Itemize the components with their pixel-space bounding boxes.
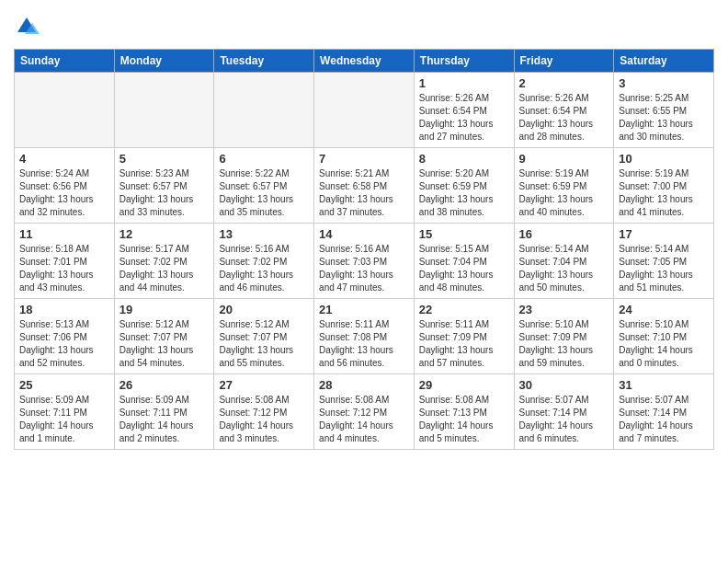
day-number: 1 xyxy=(419,76,509,90)
day-info: Sunrise: 5:07 AM Sunset: 7:14 PM Dayligh… xyxy=(619,394,709,445)
day-number: 7 xyxy=(319,152,409,166)
calendar-cell xyxy=(214,73,314,148)
calendar-cell: 3Sunrise: 5:25 AM Sunset: 6:55 PM Daylig… xyxy=(614,73,714,148)
day-number: 8 xyxy=(419,152,509,166)
day-info: Sunrise: 5:19 AM Sunset: 6:59 PM Dayligh… xyxy=(519,167,609,219)
day-header-wednesday: Wednesday xyxy=(314,50,415,73)
day-header-monday: Monday xyxy=(114,50,214,73)
calendar-cell: 20Sunrise: 5:12 AM Sunset: 7:07 PM Dayli… xyxy=(214,299,314,374)
page-header xyxy=(14,14,714,40)
day-number: 21 xyxy=(319,303,409,316)
day-number: 13 xyxy=(219,227,309,241)
day-info: Sunrise: 5:21 AM Sunset: 6:58 PM Dayligh… xyxy=(319,167,409,219)
calendar-cell: 18Sunrise: 5:13 AM Sunset: 7:06 PM Dayli… xyxy=(15,299,115,374)
day-info: Sunrise: 5:08 AM Sunset: 7:12 PM Dayligh… xyxy=(319,394,409,445)
day-number: 3 xyxy=(619,76,709,90)
calendar-cell: 22Sunrise: 5:11 AM Sunset: 7:09 PM Dayli… xyxy=(414,299,514,374)
logo-icon xyxy=(14,14,40,40)
calendar-week-3: 11Sunrise: 5:18 AM Sunset: 7:01 PM Dayli… xyxy=(15,224,714,299)
day-info: Sunrise: 5:25 AM Sunset: 6:55 PM Dayligh… xyxy=(619,92,709,144)
day-info: Sunrise: 5:14 AM Sunset: 7:05 PM Dayligh… xyxy=(619,243,709,294)
day-number: 4 xyxy=(19,152,109,166)
calendar-cell: 30Sunrise: 5:07 AM Sunset: 7:14 PM Dayli… xyxy=(514,374,614,450)
day-info: Sunrise: 5:09 AM Sunset: 7:11 PM Dayligh… xyxy=(19,394,109,445)
day-number: 10 xyxy=(619,152,709,166)
calendar-cell xyxy=(314,73,415,148)
day-number: 24 xyxy=(619,303,709,316)
day-info: Sunrise: 5:11 AM Sunset: 7:08 PM Dayligh… xyxy=(319,318,409,370)
calendar-cell: 27Sunrise: 5:08 AM Sunset: 7:12 PM Dayli… xyxy=(214,374,314,450)
calendar-cell: 31Sunrise: 5:07 AM Sunset: 7:14 PM Dayli… xyxy=(614,374,714,450)
day-info: Sunrise: 5:10 AM Sunset: 7:10 PM Dayligh… xyxy=(619,318,709,370)
day-header-thursday: Thursday xyxy=(414,50,514,73)
day-info: Sunrise: 5:22 AM Sunset: 6:57 PM Dayligh… xyxy=(219,167,309,219)
day-header-saturday: Saturday xyxy=(614,50,714,73)
day-info: Sunrise: 5:12 AM Sunset: 7:07 PM Dayligh… xyxy=(119,318,210,370)
day-number: 15 xyxy=(419,227,509,241)
day-info: Sunrise: 5:20 AM Sunset: 6:59 PM Dayligh… xyxy=(419,167,509,219)
day-header-sunday: Sunday xyxy=(15,50,115,73)
logo xyxy=(14,14,43,40)
calendar-cell: 6Sunrise: 5:22 AM Sunset: 6:57 PM Daylig… xyxy=(214,148,314,224)
day-number: 9 xyxy=(519,152,609,166)
calendar-cell: 29Sunrise: 5:08 AM Sunset: 7:13 PM Dayli… xyxy=(414,374,514,450)
day-info: Sunrise: 5:14 AM Sunset: 7:04 PM Dayligh… xyxy=(519,243,609,294)
calendar-cell: 16Sunrise: 5:14 AM Sunset: 7:04 PM Dayli… xyxy=(514,224,614,299)
calendar-cell: 10Sunrise: 5:19 AM Sunset: 7:00 PM Dayli… xyxy=(614,148,714,224)
calendar-cell: 8Sunrise: 5:20 AM Sunset: 6:59 PM Daylig… xyxy=(414,148,514,224)
day-number: 20 xyxy=(219,303,309,316)
calendar-cell xyxy=(114,73,214,148)
day-info: Sunrise: 5:08 AM Sunset: 7:12 PM Dayligh… xyxy=(219,394,309,445)
calendar-cell: 24Sunrise: 5:10 AM Sunset: 7:10 PM Dayli… xyxy=(614,299,714,374)
calendar-cell: 26Sunrise: 5:09 AM Sunset: 7:11 PM Dayli… xyxy=(114,374,214,450)
calendar-week-2: 4Sunrise: 5:24 AM Sunset: 6:56 PM Daylig… xyxy=(15,148,714,224)
calendar-cell: 13Sunrise: 5:16 AM Sunset: 7:02 PM Dayli… xyxy=(214,224,314,299)
day-number: 12 xyxy=(119,227,210,241)
calendar-cell: 5Sunrise: 5:23 AM Sunset: 6:57 PM Daylig… xyxy=(114,148,214,224)
day-number: 30 xyxy=(519,378,609,392)
day-number: 11 xyxy=(19,227,109,241)
day-number: 27 xyxy=(219,378,309,392)
calendar-cell: 21Sunrise: 5:11 AM Sunset: 7:08 PM Dayli… xyxy=(314,299,415,374)
day-info: Sunrise: 5:11 AM Sunset: 7:09 PM Dayligh… xyxy=(419,318,509,370)
day-info: Sunrise: 5:18 AM Sunset: 7:01 PM Dayligh… xyxy=(19,243,109,294)
day-info: Sunrise: 5:13 AM Sunset: 7:06 PM Dayligh… xyxy=(19,318,109,370)
day-info: Sunrise: 5:12 AM Sunset: 7:07 PM Dayligh… xyxy=(219,318,309,370)
calendar-cell: 4Sunrise: 5:24 AM Sunset: 6:56 PM Daylig… xyxy=(15,148,115,224)
calendar-cell: 15Sunrise: 5:15 AM Sunset: 7:04 PM Dayli… xyxy=(414,224,514,299)
calendar-week-5: 25Sunrise: 5:09 AM Sunset: 7:11 PM Dayli… xyxy=(15,374,714,450)
calendar-cell: 1Sunrise: 5:26 AM Sunset: 6:54 PM Daylig… xyxy=(414,73,514,148)
day-number: 29 xyxy=(419,378,509,392)
calendar-cell: 25Sunrise: 5:09 AM Sunset: 7:11 PM Dayli… xyxy=(15,374,115,450)
day-header-tuesday: Tuesday xyxy=(214,50,314,73)
day-number: 18 xyxy=(19,303,109,316)
day-number: 25 xyxy=(19,378,109,392)
day-info: Sunrise: 5:16 AM Sunset: 7:02 PM Dayligh… xyxy=(219,243,309,294)
day-info: Sunrise: 5:15 AM Sunset: 7:04 PM Dayligh… xyxy=(419,243,509,294)
day-number: 14 xyxy=(319,227,409,241)
day-info: Sunrise: 5:08 AM Sunset: 7:13 PM Dayligh… xyxy=(419,394,509,445)
calendar-table: SundayMondayTuesdayWednesdayThursdayFrid… xyxy=(14,49,714,450)
day-header-friday: Friday xyxy=(514,50,614,73)
day-info: Sunrise: 5:17 AM Sunset: 7:02 PM Dayligh… xyxy=(119,243,210,294)
day-number: 5 xyxy=(119,152,210,166)
day-number: 31 xyxy=(619,378,709,392)
day-info: Sunrise: 5:16 AM Sunset: 7:03 PM Dayligh… xyxy=(319,243,409,294)
day-info: Sunrise: 5:26 AM Sunset: 6:54 PM Dayligh… xyxy=(519,92,609,144)
day-number: 16 xyxy=(519,227,609,241)
day-info: Sunrise: 5:09 AM Sunset: 7:11 PM Dayligh… xyxy=(119,394,210,445)
day-number: 17 xyxy=(619,227,709,241)
days-header-row: SundayMondayTuesdayWednesdayThursdayFrid… xyxy=(15,50,714,73)
day-number: 28 xyxy=(319,378,409,392)
calendar-cell: 23Sunrise: 5:10 AM Sunset: 7:09 PM Dayli… xyxy=(514,299,614,374)
day-number: 23 xyxy=(519,303,609,316)
day-info: Sunrise: 5:07 AM Sunset: 7:14 PM Dayligh… xyxy=(519,394,609,445)
calendar-cell: 7Sunrise: 5:21 AM Sunset: 6:58 PM Daylig… xyxy=(314,148,415,224)
day-info: Sunrise: 5:19 AM Sunset: 7:00 PM Dayligh… xyxy=(619,167,709,219)
day-number: 22 xyxy=(419,303,509,316)
calendar-cell: 17Sunrise: 5:14 AM Sunset: 7:05 PM Dayli… xyxy=(614,224,714,299)
day-number: 6 xyxy=(219,152,309,166)
calendar-week-1: 1Sunrise: 5:26 AM Sunset: 6:54 PM Daylig… xyxy=(15,73,714,148)
day-number: 2 xyxy=(519,76,609,90)
day-info: Sunrise: 5:26 AM Sunset: 6:54 PM Dayligh… xyxy=(419,92,509,144)
